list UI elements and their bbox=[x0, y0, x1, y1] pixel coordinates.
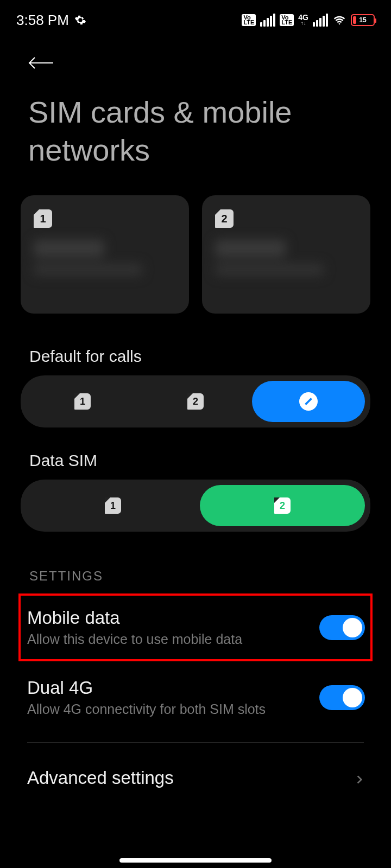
sim-chip-icon: 2 bbox=[187, 393, 204, 410]
default-calls-selector: 1 2 bbox=[21, 375, 370, 427]
battery-icon: 15 bbox=[351, 14, 375, 26]
default-calls-label: Default for calls bbox=[0, 323, 391, 375]
signal-bars-icon bbox=[313, 14, 328, 27]
advanced-settings-title: Advanced settings bbox=[27, 768, 354, 788]
settings-heading: SETTINGS bbox=[0, 532, 391, 591]
not-allowed-icon bbox=[299, 392, 318, 411]
home-indicator[interactable] bbox=[119, 858, 272, 863]
status-time: 3:58 PM bbox=[16, 12, 69, 29]
sim-chip-icon: 1 bbox=[34, 209, 52, 228]
sim-chip-icon: 2 bbox=[215, 209, 234, 228]
wifi-icon bbox=[332, 13, 346, 27]
dual-4g-title: Dual 4G bbox=[27, 678, 319, 698]
sim-card-1-info bbox=[34, 240, 176, 276]
dual-4g-row[interactable]: Dual 4G Allow 4G connectivity for both S… bbox=[0, 663, 391, 731]
sim-card-1[interactable]: 1 bbox=[21, 195, 189, 314]
default-calls-sim1[interactable]: 1 bbox=[26, 381, 139, 422]
mobile-data-title: Mobile data bbox=[27, 608, 319, 628]
network-4g-icon: 4G ↑↓ bbox=[298, 15, 308, 26]
signal-bars-icon bbox=[260, 14, 275, 27]
page-title: SIM cards & mobile networks bbox=[0, 79, 391, 186]
data-sim-1[interactable]: 1 bbox=[26, 485, 200, 526]
sim-card-2[interactable]: 2 bbox=[202, 195, 370, 314]
advanced-settings-row[interactable]: Advanced settings bbox=[0, 754, 391, 806]
sim-card-2-info bbox=[215, 240, 357, 276]
back-button[interactable] bbox=[27, 52, 60, 74]
svg-line-0 bbox=[306, 399, 312, 405]
mobile-data-subtitle: Allow this device to use mobile data bbox=[27, 631, 319, 647]
gear-icon bbox=[74, 14, 86, 26]
chevron-right-icon bbox=[354, 774, 365, 785]
sim-chip-icon: 2 bbox=[274, 497, 291, 514]
data-sim-2[interactable]: 2 bbox=[200, 485, 365, 526]
volte-icon: VoLTE bbox=[242, 14, 256, 26]
dual-4g-toggle[interactable] bbox=[319, 685, 365, 710]
sim-chip-icon: 1 bbox=[105, 497, 121, 514]
status-bar: 3:58 PM VoLTE VoLTE 4G ↑↓ 15 bbox=[0, 0, 391, 33]
data-sim-selector: 1 2 bbox=[21, 480, 370, 532]
mobile-data-row[interactable]: Mobile data Allow this device to use mob… bbox=[18, 593, 373, 661]
volte-icon: VoLTE bbox=[280, 14, 294, 26]
divider bbox=[27, 742, 364, 743]
mobile-data-toggle[interactable] bbox=[319, 615, 365, 640]
default-calls-sim2[interactable]: 2 bbox=[139, 381, 252, 422]
dual-4g-subtitle: Allow 4G connectivity for both SIM slots bbox=[27, 701, 319, 717]
sim-chip-icon: 1 bbox=[74, 393, 91, 410]
default-calls-ask[interactable] bbox=[252, 381, 365, 422]
data-sim-label: Data SIM bbox=[0, 427, 391, 480]
